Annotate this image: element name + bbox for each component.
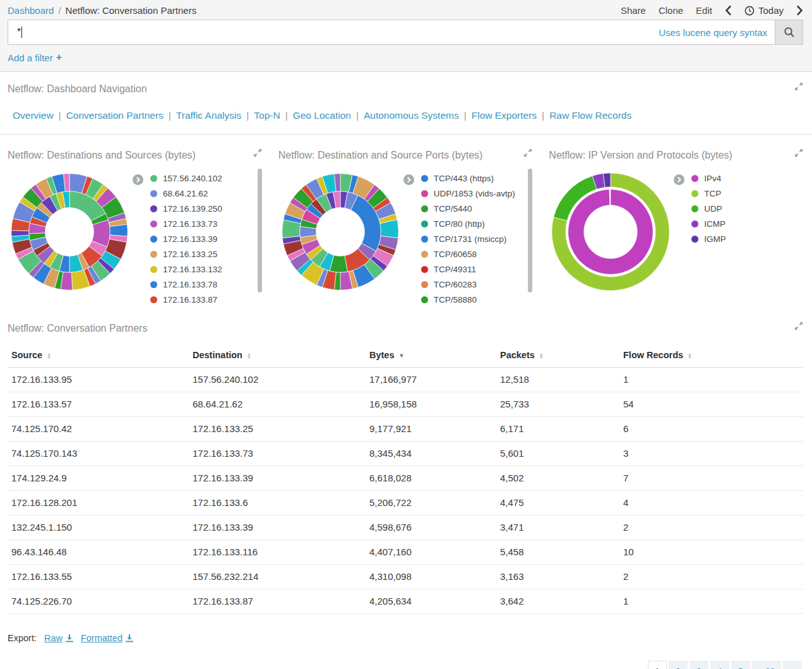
legend-item[interactable]: TCP/60658 (421, 250, 524, 259)
ip-protocols-donut-chart[interactable] (550, 171, 671, 292)
page-button-1[interactable]: 1 (648, 661, 667, 669)
ports-donut-chart[interactable] (280, 171, 401, 292)
time-prev-button[interactable] (725, 5, 732, 16)
table-cell: 172.16.128.201 (8, 491, 188, 515)
export-formatted-link[interactable]: Formatted (81, 633, 133, 643)
table-row: 74.125.226.70172.16.133.874,205,6343,642… (8, 589, 803, 614)
share-button[interactable]: Share (621, 5, 646, 16)
chart-legend: 157.56.240.10268.64.21.62172.16.139.2501… (130, 164, 262, 310)
column-header-packets[interactable]: Packets▲▼ (495, 343, 618, 368)
legend-scrollbar[interactable] (258, 169, 262, 292)
page-button-3[interactable]: 3 (690, 661, 708, 669)
legend-item[interactable]: 172.16.133.132 (150, 265, 253, 274)
legend-item[interactable]: 157.56.240.102 (150, 174, 253, 183)
legend-item[interactable]: TCP/1731 (msiccp) (421, 234, 524, 244)
add-filter-link[interactable]: Add a filter+ (8, 52, 62, 63)
page-button-5[interactable]: 5 (731, 661, 750, 669)
legend-toggle-icon[interactable] (674, 174, 684, 185)
nav-link-top-n[interactable]: Top-N (254, 110, 280, 121)
column-header-destination[interactable]: Destination▲▼ (188, 343, 364, 368)
table-cell: 74.125.170.143 (8, 442, 188, 466)
nav-link-geo-location[interactable]: Geo Location (293, 110, 351, 121)
legend-item[interactable]: ICMP (691, 219, 794, 229)
panel-dashboard-navigation: Netflow: Dashboard Navigation Overview|C… (0, 72, 812, 121)
export-label: Export: (8, 633, 37, 643)
table-cell: 25,733 (495, 392, 618, 417)
page-button-66[interactable]: ...66 (752, 661, 781, 669)
nav-separator: | (246, 110, 249, 121)
legend-item[interactable]: TCP/5440 (421, 204, 524, 214)
panel-conversation-partners-table: Netflow: Conversation Partners Source▲▼D… (0, 311, 812, 669)
table-cell: 172.16.133.55 (8, 565, 188, 589)
legend-items: IPv4TCPUDPICMPIGMP (691, 174, 794, 244)
time-next-button[interactable] (796, 5, 803, 16)
query-input[interactable]: * Uses lucene query syntax (8, 20, 775, 45)
breadcrumb-current-title: Netflow: Conversation Partners (66, 5, 197, 16)
legend-item[interactable]: TCP/443 (https) (421, 174, 524, 183)
legend-item[interactable]: UDP (691, 204, 794, 214)
expand-panel-icon[interactable] (794, 82, 803, 91)
table-cell: 4,407,160 (364, 540, 495, 565)
next-page-button[interactable]: » (783, 661, 802, 669)
expand-panel-icon[interactable] (794, 148, 803, 157)
legend-swatch (150, 190, 157, 197)
time-picker-button[interactable]: Today (744, 5, 784, 16)
destinations-sources-donut-chart[interactable] (9, 171, 130, 292)
legend-item[interactable]: 172.16.133.39 (150, 234, 253, 244)
table-cell: 1 (618, 589, 803, 614)
breadcrumb-dashboard-link[interactable]: Dashboard (8, 5, 54, 16)
legend-label: TCP/1731 (msiccp) (434, 234, 507, 244)
column-header-source[interactable]: Source▲▼ (8, 343, 188, 368)
legend-item[interactable]: 172.16.133.78 (150, 280, 253, 289)
page-button-2[interactable]: 2 (669, 661, 688, 669)
table-cell: 3,163 (495, 565, 618, 589)
legend-item[interactable]: UDP/1853 (vids-avtp) (421, 189, 524, 198)
legend-label: UDP/1853 (vids-avtp) (434, 189, 515, 198)
nav-link-autonomous-systems[interactable]: Autonomous Systems (364, 110, 459, 121)
search-button[interactable] (775, 20, 803, 45)
legend-item[interactable]: TCP (691, 189, 794, 198)
legend-item[interactable]: TCP/49311 (421, 265, 524, 274)
nav-link-conversation-partners[interactable]: Conversation Partners (66, 110, 164, 121)
legend-swatch (150, 236, 157, 243)
legend-scrollbar[interactable] (528, 169, 532, 292)
legend-item[interactable]: 172.16.133.25 (150, 250, 253, 259)
legend-item[interactable]: 172.16.133.73 (150, 219, 253, 229)
expand-panel-icon[interactable] (523, 148, 532, 157)
lucene-syntax-link[interactable]: Uses lucene query syntax (659, 27, 767, 38)
legend-label: 172.16.133.39 (163, 234, 217, 244)
page-button-4[interactable]: 4 (710, 661, 729, 669)
legend-item[interactable]: 68.64.21.62 (150, 189, 253, 198)
legend-items: TCP/443 (https)UDP/1853 (vids-avtp)TCP/5… (421, 174, 524, 304)
clone-button[interactable]: Clone (659, 5, 683, 16)
table-row: 74.125.170.42172.16.133.259,177,9216,171… (8, 417, 803, 442)
table-row: 132.245.1.150172.16.133.394,598,6763,471… (8, 515, 803, 540)
legend-item[interactable]: IPv4 (691, 174, 794, 183)
panel-title-ip-version-and-protocols: Netflow: IP Version and Protocols (bytes… (549, 150, 732, 161)
legend-toggle-icon[interactable] (403, 174, 414, 185)
column-header-bytes[interactable]: Bytes▼ (364, 343, 495, 368)
legend-item[interactable]: TCP/80 (http) (421, 219, 524, 229)
expand-panel-icon[interactable] (253, 148, 262, 157)
edit-button[interactable]: Edit (696, 5, 712, 16)
nav-link-traffic-analysis[interactable]: Traffic Analysis (176, 110, 241, 121)
legend-item[interactable]: TCP/60283 (421, 280, 524, 289)
section-divider (0, 134, 812, 135)
legend-item[interactable]: 172.16.133.87 (150, 295, 253, 304)
nav-link-raw-flow-records[interactable]: Raw Flow Records (549, 110, 631, 121)
expand-panel-icon[interactable] (794, 322, 803, 330)
table-cell: 3,471 (495, 515, 618, 540)
nav-link-overview[interactable]: Overview (13, 110, 54, 121)
export-raw-link[interactable]: Raw (44, 633, 73, 643)
sort-icon: ▼ (399, 353, 405, 359)
nav-link-flow-exporters[interactable]: Flow Exporters (472, 110, 537, 121)
legend-swatch (421, 205, 428, 212)
legend-swatch (691, 236, 698, 243)
legend-item[interactable]: IGMP (691, 234, 794, 244)
table-cell: 74.125.170.42 (8, 417, 188, 442)
legend-label: TCP/60283 (434, 280, 477, 289)
legend-toggle-icon[interactable] (133, 174, 143, 185)
legend-item[interactable]: 172.16.139.250 (150, 204, 253, 214)
legend-item[interactable]: TCP/58880 (421, 295, 524, 304)
column-header-flow-records[interactable]: Flow Records▲▼ (618, 343, 803, 368)
